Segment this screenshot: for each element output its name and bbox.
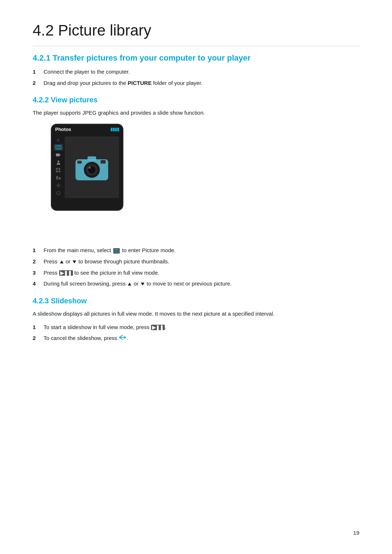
battery-bar [115,128,117,131]
title-divider [33,46,359,46]
list-text: From the main menu, select to enter Pict… [44,246,176,255]
arrow-down-icon [141,283,144,286]
list-item: 1 Connect the player to the computer. [33,68,359,76]
battery-icon [111,128,119,131]
list-num: 1 [33,68,44,76]
svg-rect-10 [58,171,60,172]
svg-point-3 [59,146,60,147]
svg-rect-23 [101,160,106,164]
svg-marker-5 [60,154,61,156]
thumbnail-area [65,136,119,198]
svg-rect-7 [56,168,58,170]
list-num: 1 [33,323,44,332]
settings-icon [56,183,61,188]
section-422-list: 1 From the main menu, select to enter Pi… [33,246,359,288]
svg-rect-8 [58,168,60,170]
chart-icon [56,175,61,180]
list-item: 3 Press ▶❚❚ to see the picture in full v… [33,269,359,277]
svg-point-25 [115,250,117,252]
back-arrow-icon [119,334,127,341]
menu-item-settings [54,182,63,189]
page-number: 19 [353,530,359,536]
device-mockup: Photos ♫ [51,124,123,211]
photo-icon [56,145,61,150]
section-422-intro: The player supports JPEG graphics and pr… [33,108,359,117]
list-num: 2 [33,334,44,342]
list-text: During full screen browsing, press or to… [44,280,232,288]
device-header-title: Photos [55,127,71,132]
section-423-heading: 4.2.3 Slideshow [33,297,359,305]
list-text: Press or to browse through picture thumb… [44,258,170,266]
list-item: 2 To cancel the slideshow, press . [33,334,359,343]
svg-point-20 [89,167,91,169]
list-num: 2 [33,258,44,266]
play-pause-icon: ▶❚❚ [59,270,73,276]
menu-item-info: i [54,190,63,196]
camera-illustration [74,153,110,182]
menu-item-person [54,159,63,166]
list-item: 2 Drag and drop your pictures to the PIC… [33,79,359,87]
arrow-up-icon [60,260,64,263]
svg-rect-11 [56,176,58,180]
list-num: 1 [33,246,44,255]
svg-point-13 [58,185,60,186]
section-421-heading: 4.2.1 Transfer pictures from your comput… [33,53,359,63]
arrow-down-icon [73,260,76,263]
camera-small-icon [113,248,120,254]
back-icon [119,334,127,343]
list-text: To cancel the slideshow, press . [44,334,128,343]
svg-rect-22 [77,161,82,164]
list-num: 4 [33,280,44,288]
menu-item-video [54,152,63,158]
menu-item-grid [54,167,63,173]
svg-rect-4 [56,153,60,156]
svg-text:i: i [58,192,59,195]
svg-rect-21 [87,156,96,161]
list-num: 3 [33,269,44,277]
list-num: 2 [33,79,44,87]
section-423-list: 1 To start a slideshow in full view mode… [33,323,359,343]
list-text: Connect the player to the computer. [44,68,130,76]
person-icon [56,160,61,165]
device-label-1: 1 → [37,165,46,170]
bold-picture: PICTURE [128,80,152,86]
list-text: Press ▶❚❚ to see the picture in full vie… [44,269,159,277]
menu-item-music: ♫ [54,136,63,143]
section-421-list: 1 Connect the player to the computer. 2 … [33,68,359,87]
section-422-heading: 4.2.2 View pictures [33,96,359,104]
page-title: 4.2 Picture library [33,22,359,39]
list-item: 1 From the main menu, select to enter Pi… [33,246,359,255]
grid-icon [56,168,61,173]
svg-point-2 [57,146,60,148]
list-text: To start a slideshow in full view mode, … [44,323,166,332]
list-text: Drag and drop your pictures to the PICTU… [44,79,203,87]
video-icon [56,152,61,157]
menu-item-chart [54,175,63,181]
info-icon: i [56,190,61,196]
camera-inline-icon [113,247,120,255]
svg-text:♫: ♫ [56,137,60,142]
battery-bar [117,128,119,131]
battery-bar [113,128,115,131]
svg-rect-9 [56,171,58,172]
svg-rect-26 [115,249,117,250]
list-item: 2 Press or to browse through picture thu… [33,258,359,266]
menu-item-photo [54,144,63,151]
battery-bar [111,128,113,131]
section-423-intro: A slideshow displays all pictures in ful… [33,309,359,318]
device-header: Photos [52,124,123,134]
device-body: ♫ [52,134,123,200]
svg-rect-12 [59,177,61,180]
list-item: 4 During full screen browsing, press or … [33,280,359,288]
arrow-up-icon [128,283,131,286]
svg-point-6 [58,161,60,163]
play-pause-icon: ▶❚❚ [151,325,165,330]
music-icon: ♫ [56,137,61,142]
list-item: 1 To start a slideshow in full view mode… [33,323,359,332]
